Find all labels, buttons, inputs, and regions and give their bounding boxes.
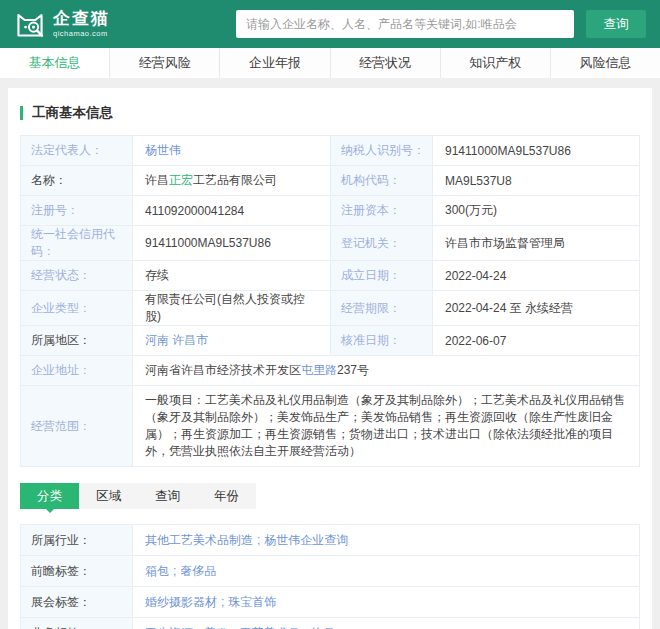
field-label-legal-rep: 法定代表人： [21, 136, 133, 166]
separator: ; [197, 626, 200, 629]
tag-link[interactable]: 奢侈品 [180, 564, 216, 578]
field-label-address: 企业地址： [21, 356, 133, 386]
tag-link[interactable]: 再生资源 [145, 626, 193, 629]
status-value: 存续 [133, 261, 331, 291]
filter-tab-region[interactable]: 区域 [79, 483, 138, 509]
reg-authority-value: 许昌市市场监督管理局 [433, 226, 640, 261]
tags-table: 所属行业： 其他工艺美术品制造;杨世伟企业查询 前瞻标签： 箱包;奢侈品 展会标… [20, 524, 640, 629]
app-header: 企查猫 qichamao.com 查询 [0, 0, 660, 48]
company-name-value: 许昌正宏工艺品有限公司 [133, 166, 331, 196]
field-label-expo-tags: 展会标签： [21, 587, 133, 618]
field-label-credit-code: 统一社会信用代码： [21, 226, 133, 261]
filter-tab-category[interactable]: 分类 [20, 483, 79, 509]
field-label-org-code: 机构代码： [331, 166, 433, 196]
content-card: 工商基本信息 法定代表人： 杨世伟 纳税人识别号： 91411000MA9L53… [8, 88, 652, 629]
search-button[interactable]: 查询 [586, 10, 646, 38]
main-nav: 基本信息 经营风险 企业年报 经营状况 知识产权 风险信息 [0, 48, 660, 78]
separator: ; [304, 626, 307, 629]
tag-link[interactable]: 箱包 [145, 564, 169, 578]
tag-link[interactable]: 美发 [204, 626, 228, 629]
search-input[interactable] [236, 10, 574, 38]
filter-tab-year[interactable]: 年份 [197, 483, 256, 509]
tag-link[interactable]: 婚纱摄影器材 [145, 595, 217, 609]
field-label-taxpayer-id: 纳税人识别号： [331, 136, 433, 166]
tag-link[interactable]: 工艺美术品 [240, 626, 300, 629]
address-post: 237号 [337, 363, 369, 377]
ent-type-value: 有限责任公司(自然人投资或控股) [133, 291, 331, 326]
table-row: 统一社会信用代码： 91411000MA9L537U86 登记机关： 许昌市市场… [21, 226, 640, 261]
credit-code-value: 91411000MA9L537U86 [133, 226, 331, 261]
keyword-highlight: 正宏 [169, 173, 193, 187]
establish-date-value: 2022-04-24 [433, 261, 640, 291]
company-name-suffix: 工艺品有限公司 [193, 173, 277, 187]
logo-cat-icon [14, 8, 46, 40]
filter-tabs: 分类 区域 查询 年份 [20, 483, 256, 509]
table-row: 展会标签： 婚纱摄影器材;珠宝首饰 [21, 587, 640, 618]
section-title-business-info: 工商基本信息 [20, 106, 640, 120]
taxpayer-id-value: 91411000MA9L537U86 [433, 136, 640, 166]
separator: ; [257, 533, 260, 547]
business-info-table: 法定代表人： 杨世伟 纳税人识别号： 91411000MA9L537U86 名称… [20, 135, 640, 467]
table-row: 所属地区： 河南 许昌市 核准日期： 2022-06-07 [21, 326, 640, 356]
table-row: 经营状态： 存续 成立日期： 2022-04-24 [21, 261, 640, 291]
nav-tab-annual-report[interactable]: 企业年报 [220, 48, 330, 78]
field-label-establish-date: 成立日期： [331, 261, 433, 291]
logo-title: 企查猫 [53, 10, 110, 27]
logo-domain: qichamao.com [53, 30, 110, 38]
separator: ; [232, 626, 235, 629]
table-row: 前瞻标签： 箱包;奢侈品 [21, 556, 640, 587]
separator: ; [173, 564, 176, 578]
nav-tab-operating-status[interactable]: 经营状况 [331, 48, 441, 78]
logo[interactable]: 企查猫 qichamao.com [14, 8, 110, 40]
field-label-reg-authority: 登记机关： [331, 226, 433, 261]
field-label-reg-capital: 注册资本： [331, 196, 433, 226]
field-label-region: 所属地区： [21, 326, 133, 356]
separator: ; [221, 595, 224, 609]
nav-tab-basic-info[interactable]: 基本信息 [0, 48, 110, 78]
nav-tab-risk-info[interactable]: 风险信息 [551, 48, 660, 78]
tag-link[interactable]: 珠宝首饰 [228, 595, 276, 609]
field-label-ent-type: 企业类型： [21, 291, 133, 326]
nav-tab-intellectual-property[interactable]: 知识产权 [441, 48, 551, 78]
table-row: 名称： 许昌正宏工艺品有限公司 机构代码： MA9L537U8 [21, 166, 640, 196]
scope-value: 一般项目：工艺美术品及礼仪用品制造（象牙及其制品除外）；工艺美术品及礼仪用品销售… [133, 386, 640, 467]
region-link[interactable]: 河南 许昌市 [145, 333, 208, 347]
reg-capital-value: 300(万元) [433, 196, 640, 226]
nav-tab-business-risk[interactable]: 经营风险 [110, 48, 220, 78]
filter-tab-query[interactable]: 查询 [138, 483, 197, 509]
field-label-scope: 经营范围： [21, 386, 133, 467]
table-row: 业务标签： 再生资源;美发;工艺美术品;饰品 [21, 618, 640, 629]
industry-link[interactable]: 其他工艺美术品制造 [145, 533, 253, 547]
table-row: 注册号： 411092000041284 注册资本： 300(万元) [21, 196, 640, 226]
address-value: 河南省许昌市经济技术开发区屯里路237号 [133, 356, 640, 386]
field-label-status: 经营状态： [21, 261, 133, 291]
table-row: 企业类型： 有限责任公司(自然人投资或控股) 经营期限： 2022-04-24 … [21, 291, 640, 326]
table-row: 经营范围： 一般项目：工艺美术品及礼仪用品制造（象牙及其制品除外）；工艺美术品及… [21, 386, 640, 467]
table-row: 所属行业： 其他工艺美术品制造;杨世伟企业查询 [21, 525, 640, 556]
field-label-company-name: 名称： [21, 166, 133, 196]
table-row: 企业地址： 河南省许昌市经济技术开发区屯里路237号 [21, 356, 640, 386]
field-label-business-tags: 业务标签： [21, 618, 133, 629]
term-value: 2022-04-24 至 永续经营 [433, 291, 640, 326]
search-bar: 查询 [236, 10, 646, 38]
address-street-link[interactable]: 屯里路 [301, 363, 337, 377]
field-label-approval-date: 核准日期： [331, 326, 433, 356]
legal-rep-link[interactable]: 杨世伟 [145, 143, 181, 157]
field-label-term: 经营期限： [331, 291, 433, 326]
tag-link[interactable]: 饰品 [311, 626, 335, 629]
field-label-reg-no: 注册号： [21, 196, 133, 226]
field-label-qianzhan-tags: 前瞻标签： [21, 556, 133, 587]
approval-date-value: 2022-06-07 [433, 326, 640, 356]
table-row: 法定代表人： 杨世伟 纳税人识别号： 91411000MA9L537U86 [21, 136, 640, 166]
org-code-value: MA9L537U8 [433, 166, 640, 196]
address-pre: 河南省许昌市经济技术开发区 [145, 363, 301, 377]
industry-link[interactable]: 杨世伟企业查询 [264, 533, 348, 547]
field-label-industry: 所属行业： [21, 525, 133, 556]
reg-no-value: 411092000041284 [133, 196, 331, 226]
company-name-prefix: 许昌 [145, 173, 169, 187]
